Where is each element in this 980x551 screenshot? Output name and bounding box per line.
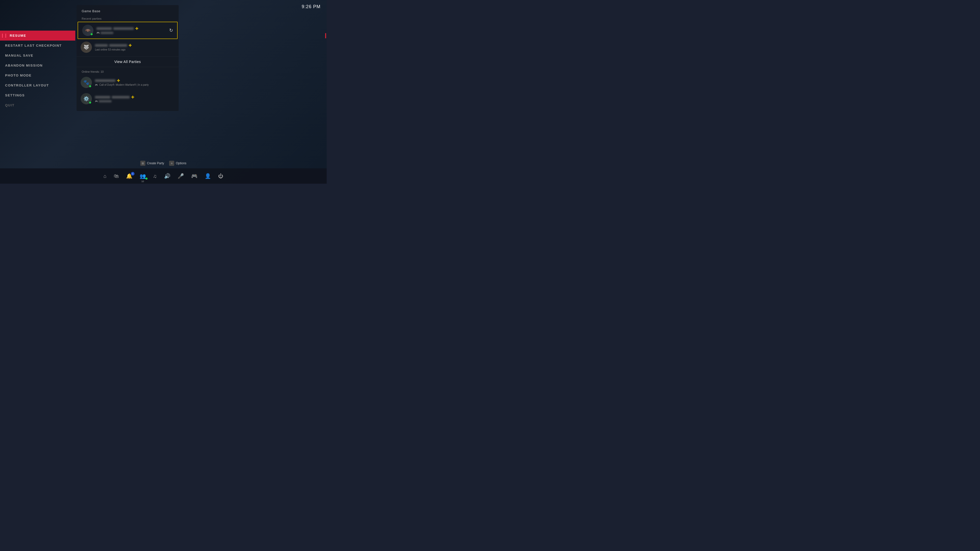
username-blur-1 [97,27,112,30]
quit-label: QUIT [5,103,14,107]
volume-icon: 🔊 [164,173,170,179]
friend2-username: ✚ [95,95,175,99]
options-label: Options [176,162,186,165]
online-indicator-friend1 [89,85,91,87]
friend2-game-blur [99,100,111,102]
party1-game-blur [100,32,113,34]
bottom-actions: ⊞ Create Party ≡ Options [140,161,186,166]
friend1-username: ✚ [95,79,175,83]
psplus-icon-1: ✚ [135,27,138,30]
nav-notifications[interactable]: 🔔 ! [126,173,132,179]
controller-icon: 🎮 [191,173,197,179]
left-menu: RESUME RESTART LAST CHECKPOINT MANUAL SA… [0,30,75,110]
options-icon: ≡ [169,161,174,166]
nav-power[interactable]: ⏻ [218,173,223,179]
home-icon: ⌂ [103,173,107,179]
panel-title: Game Base [76,5,179,15]
mic-icon: 🎤 [178,173,184,179]
online-indicator-friend2 [89,101,91,104]
party1-username: ✚ [97,27,169,30]
party2-username: ✚ [95,43,175,48]
friend2-status: 🎮 [95,100,175,103]
party1-status: 🎮 [97,32,169,34]
nav-avatar[interactable]: 👤 [205,173,211,179]
avatar-party1: 🦇 [82,25,94,36]
username-blur-2 [113,27,134,30]
psplus-icon-4: ✚ [131,95,134,99]
create-party-icon: ⊞ [140,161,145,166]
party-item-1[interactable]: 🦇 ✚ 🎮 ↻ [78,22,178,39]
notifications-badge: ! [131,172,135,176]
red-indicator [325,33,326,38]
create-party-label: Create Party [147,162,164,165]
friend-item-1[interactable]: 🐾 ✚ 🎮 Call of Duty®: Modern Warfare® | I… [76,74,179,91]
nav-store[interactable]: 🛍 [114,173,119,179]
game-base-panel: Game Base Recent parties 🦇 ✚ 🎮 ↻ 🐺 [76,5,179,111]
menu-item-settings[interactable]: SETTINGS [0,90,75,100]
friend-item-2[interactable]: ⚙️ ✚ 🎮 [76,91,179,107]
refresh-icon[interactable]: ↻ [169,27,173,33]
avatar-friend1: 🐾 [81,77,92,88]
avatar-party2: 🐺 [81,41,92,53]
friend2-blur-2 [112,96,130,98]
online-indicator-party1 [90,33,93,35]
power-icon: ⏻ [218,173,223,179]
menu-item-abandon[interactable]: ABANDON MISSION [0,60,75,70]
restart-label: RESTART LAST CHECKPOINT [5,44,62,48]
avatar-icon: 👤 [205,173,211,179]
menu-item-restart[interactable]: RESTART LAST CHECKPOINT [0,41,75,51]
view-all-parties-btn[interactable]: View All Parties [76,56,179,67]
taskbar: ⌂ 🛍 🔔 ! 👥 10 ♫ 🔊 🎤 🎮 [0,168,327,184]
menu-item-photo[interactable]: PHOTO MODE [0,70,75,80]
friend2-platform-icon: 🎮 [95,100,98,103]
friends-icon: 👥 [140,173,146,179]
avatar-friend2: ⚙️ [81,93,92,104]
nav-volume[interactable]: 🔊 [164,173,170,179]
party-icon: 🎮 [95,84,98,86]
friend2-info: ✚ 🎮 [95,95,175,103]
menu-item-manual-save[interactable]: MANUAL SAVE [0,51,75,60]
time-display: 9:26 PM [302,4,321,10]
nav-controller[interactable]: 🎮 [191,173,197,179]
party2-status: Last online 53 minutes ago [95,48,175,51]
friend1-blur-1 [95,79,115,82]
online-friends-label: Online friends: 10 [76,68,179,74]
menu-item-controller[interactable]: CONTROLLER LAYOUT [0,80,75,90]
nav-home[interactable]: ⌂ [103,173,107,179]
friend1-game-label: Call of Duty®: Modern Warfare® | In a pa… [99,83,149,86]
friend1-info: ✚ 🎮 Call of Duty®: Modern Warfare® | In … [95,79,175,86]
options-btn[interactable]: ≡ Options [169,161,186,166]
nav-friends[interactable]: 👥 10 [140,173,146,179]
manual-save-label: MANUAL SAVE [5,54,33,57]
friends-count: 10 [142,180,144,183]
create-party-btn[interactable]: ⊞ Create Party [140,161,164,166]
settings-label: SETTINGS [5,94,25,97]
party-item-2[interactable]: 🐺 ✚ Last online 53 minutes ago [76,39,179,56]
controller-label: CONTROLLER LAYOUT [5,83,49,87]
resume-label: RESUME [10,34,26,38]
friend2-blur-1 [95,96,110,98]
recent-parties-label: Recent parties [76,15,179,22]
psplus-icon-3: ✚ [117,79,120,83]
photo-label: PHOTO MODE [5,73,32,77]
party1-info: ✚ 🎮 [97,27,169,34]
music-icon: ♫ [153,173,157,179]
party2-info: ✚ Last online 53 minutes ago [95,43,175,51]
username-blur-3 [95,44,108,47]
store-icon: 🛍 [114,173,119,179]
username-blur-4 [109,44,127,47]
friends-online-dot [145,178,148,179]
menu-item-quit[interactable]: QUIT [0,100,75,110]
psplus-icon-2: ✚ [129,43,132,48]
nav-icons: ⌂ 🛍 🔔 ! 👥 10 ♫ 🔊 🎤 🎮 [103,173,223,179]
menu-item-resume[interactable]: RESUME [0,30,75,41]
nav-music[interactable]: ♫ [153,173,157,179]
abandon-label: ABANDON MISSION [5,64,43,67]
nav-mic[interactable]: 🎤 [178,173,184,179]
friend1-game: 🎮 Call of Duty®: Modern Warfare® | In a … [95,83,175,86]
party1-platform-icon: 🎮 [97,32,100,34]
